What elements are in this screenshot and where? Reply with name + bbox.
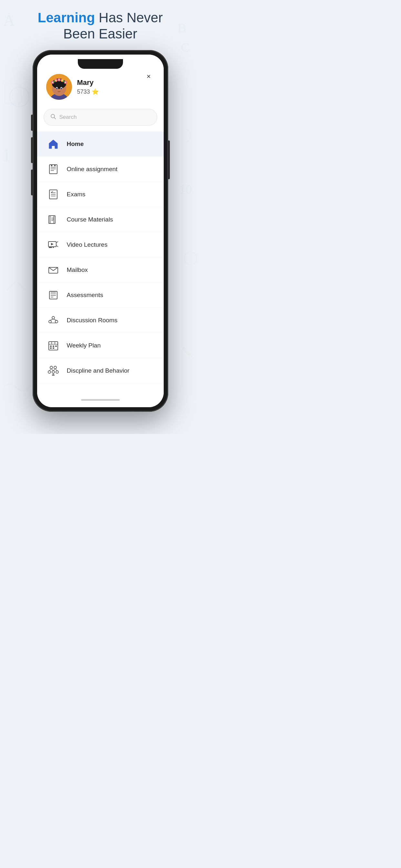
header-rest: Has Never [95,10,163,25]
menu-label-video: Video Lectures [67,241,107,248]
header-line1: Learning Has Never [0,10,201,26]
svg-rect-85 [52,375,55,376]
svg-line-52 [57,242,58,243]
discipline-icon [46,364,60,378]
menu-label-discussion: Discussion Rooms [67,317,118,324]
menu-item-assessments[interactable]: Assessments [37,283,164,308]
power-button [168,141,170,179]
menu-label-weekly: Weekly Plan [67,342,101,349]
assignment-icon [46,162,60,176]
course-icon [46,213,60,227]
volume-mute-button [31,115,33,131]
svg-point-51 [53,247,54,248]
video-icon [46,238,60,252]
svg-point-17 [61,88,62,89]
svg-line-81 [51,369,53,371]
svg-point-19 [52,82,53,83]
menu-item-course-materials[interactable]: Course Materials [37,207,164,232]
svg-rect-37 [54,164,56,166]
svg-point-78 [52,371,55,373]
menu-item-exams[interactable]: Exams [37,182,164,207]
svg-rect-73 [50,347,52,349]
search-input[interactable]: Search [43,109,157,126]
svg-line-80 [50,369,51,371]
user-profile: Mary 5733 ⭐ [46,74,99,100]
svg-text:10: 10 [179,182,192,197]
svg-point-60 [52,316,55,319]
svg-rect-70 [50,345,52,347]
svg-text:✏️: ✏️ [181,346,193,358]
svg-point-27 [65,82,66,83]
menu-item-mailbox[interactable]: Mailbox [37,257,164,283]
svg-rect-33 [50,165,57,174]
header-section: Learning Has Never Been Easier [0,10,201,42]
svg-line-31 [54,117,56,119]
svg-rect-74 [53,347,54,349]
menu-label-assignment: Online assignment [67,166,118,173]
svg-point-79 [56,371,58,373]
svg-point-3 [10,87,29,106]
menu-label-exams: Exams [67,191,86,198]
svg-point-62 [55,320,58,323]
svg-marker-49 [51,243,54,245]
svg-line-63 [50,319,53,320]
menu-item-discipline[interactable]: Discpline and Behavior [37,358,164,383]
menu-label-discipline: Discpline and Behavior [67,367,129,374]
user-name: Mary [77,79,99,87]
phone-frame: × [33,50,168,412]
svg-rect-32 [52,146,55,149]
svg-text:1: 1 [2,144,11,166]
user-stars: 5733 ⭐ [77,88,99,95]
assessments-icon [46,288,60,302]
screen-content: × [37,55,164,407]
menu-label-mailbox: Mailbox [67,267,88,274]
svg-line-53 [57,246,58,247]
svg-point-21 [55,80,57,81]
svg-rect-4 [5,84,21,103]
svg-rect-43 [49,216,54,223]
menu-label-course: Course Materials [67,216,113,223]
phone-notch [78,59,123,69]
home-indicator [81,399,120,401]
svg-point-75 [50,366,53,369]
svg-point-61 [49,320,51,323]
menu-item-video-lectures[interactable]: Video Lectures [37,232,164,257]
svg-point-16 [56,88,58,89]
phone-screen: × [37,55,164,407]
menu-item-online-assignment[interactable]: Online assignment [37,157,164,182]
close-button[interactable]: × [143,71,155,82]
menu-list: Home Online assignment [37,131,164,407]
svg-point-25 [62,80,63,81]
weekly-icon [46,338,60,352]
svg-rect-72 [55,345,57,347]
svg-point-76 [54,366,57,369]
svg-rect-44 [50,216,55,223]
header-line2: Been Easier [0,26,201,42]
user-info: Mary 5733 ⭐ [77,79,99,95]
discussion-icon [46,313,60,328]
svg-line-83 [55,369,57,371]
menu-label-home: Home [67,141,84,148]
volume-down-button [31,169,33,195]
svg-point-23 [58,79,60,81]
volume-up-button [31,137,33,163]
menu-item-weekly-plan[interactable]: Weekly Plan [37,333,164,358]
menu-label-assessments: Assessments [67,291,103,299]
svg-line-82 [53,369,55,371]
svg-rect-71 [53,345,54,347]
svg-point-7 [184,252,197,265]
header-blue-word: Learning [38,10,95,25]
search-placeholder: Search [59,114,77,120]
avatar [46,74,72,100]
svg-rect-38 [51,164,52,166]
menu-item-home[interactable]: Home [37,131,164,157]
svg-line-64 [53,319,57,320]
svg-rect-50 [49,247,52,248]
search-icon [50,114,56,121]
menu-item-discussion-rooms[interactable]: Discussion Rooms [37,308,164,333]
exams-icon [46,187,60,202]
home-icon [46,137,60,151]
mailbox-icon [46,263,60,277]
svg-point-77 [48,371,51,373]
